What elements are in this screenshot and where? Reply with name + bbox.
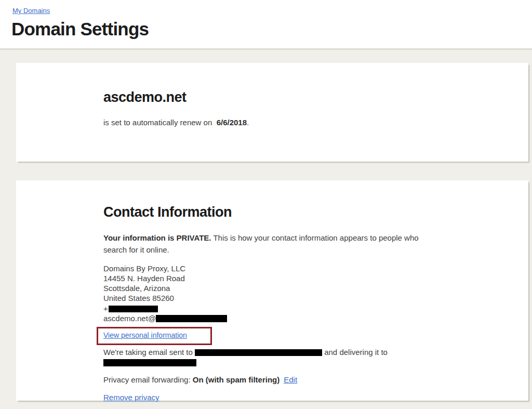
domain-name-heading: ascdemo.net: [103, 89, 445, 105]
edit-forwarding-link[interactable]: Edit: [284, 375, 297, 384]
contact-information-card: Contact Information Your information is …: [16, 180, 528, 401]
address-line-country: United States 85260: [103, 293, 445, 303]
forwarding-status-value: On (with spam filtering): [193, 375, 280, 384]
redacted-forwarding-destination-email: [103, 359, 196, 366]
view-personal-information-link[interactable]: View personal information: [103, 331, 187, 339]
redacted-email-domain: [156, 315, 227, 322]
phone-line: +: [103, 304, 445, 313]
domain-renewal-card: ascdemo.net is set to automatically rene…: [16, 63, 528, 162]
breadcrumb-my-domains-link[interactable]: My Domains: [12, 7, 50, 15]
proxy-address-block: Domains By Proxy, LLC 14455 N. Hayden Ro…: [103, 263, 445, 324]
forwarding-deliver-text: and delivering it to: [324, 348, 388, 357]
forwarding-label-text: Privacy email forwarding:: [103, 375, 191, 384]
email-line: ascdemo.net@: [103, 313, 445, 323]
forwarding-sent-prefix-text: We're taking email sent to: [103, 348, 193, 357]
address-line-company: Domains By Proxy, LLC: [103, 263, 445, 273]
address-line-street: 14455 N. Hayden Road: [103, 273, 445, 283]
page-title: Domain Settings: [11, 19, 532, 39]
renewal-suffix-text: .: [247, 118, 249, 127]
main-content: ascdemo.net is set to automatically rene…: [0, 50, 532, 401]
privacy-intro-bold: Your information is PRIVATE.: [103, 233, 211, 242]
page-header: My Domains Domain Settings: [0, 0, 532, 50]
address-line-city: Scottsdale, Arizona: [103, 283, 445, 293]
redacted-phone-number: [109, 306, 158, 312]
redacted-forwarding-source-email: [195, 349, 322, 356]
forwarding-note-paragraph: We're taking email sent to and deliverin…: [103, 347, 437, 367]
renewal-prefix-text: is set to automatically renew on: [103, 118, 212, 127]
phone-prefix-text: +: [103, 304, 108, 313]
forwarding-status-line: Privacy email forwarding: On (with spam …: [103, 375, 445, 384]
annotation-highlight-box: View personal information: [97, 327, 212, 345]
renewal-status-line: is set to automatically renew on 6/6/201…: [103, 118, 445, 127]
privacy-intro-paragraph: Your information is PRIVATE. This is how…: [103, 232, 437, 256]
email-prefix-text: ascdemo.net@: [103, 314, 156, 323]
renewal-date: 6/6/2018: [217, 118, 247, 127]
contact-information-heading: Contact Information: [103, 204, 445, 220]
remove-privacy-row: Remove privacy: [103, 393, 445, 402]
remove-privacy-link[interactable]: Remove privacy: [103, 393, 159, 402]
